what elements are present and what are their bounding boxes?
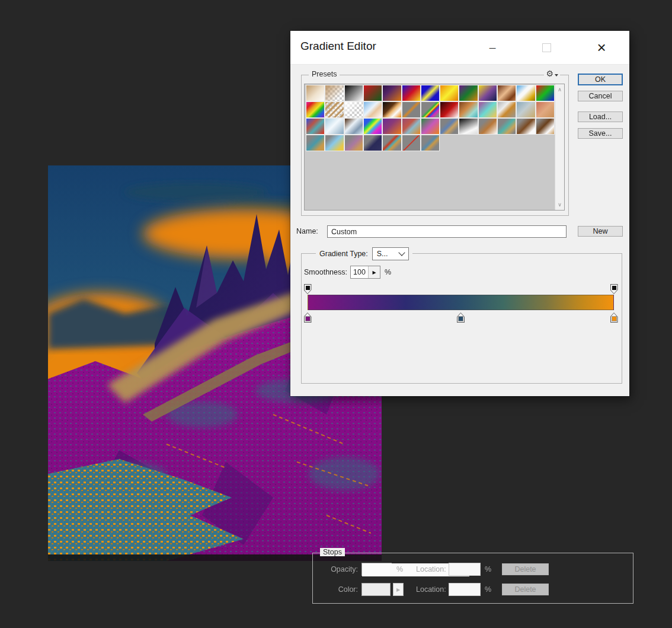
preset-gray-blue-tan[interactable] — [440, 118, 459, 135]
maximize-icon — [542, 43, 551, 52]
delete-color-stop-button[interactable]: Delete — [502, 584, 549, 595]
gradient-type-dropdown[interactable]: S... — [372, 247, 409, 260]
smoothness-control: ▶ — [350, 266, 380, 279]
opacity-control: ▶ — [361, 563, 392, 576]
dialog-title: Gradient Editor — [300, 40, 376, 53]
opacity-location-input[interactable] — [449, 563, 481, 576]
dialog-titlebar[interactable]: Gradient Editor ─ × — [290, 31, 629, 65]
preset-scrollbar[interactable]: ∧ ∨ — [555, 84, 564, 210]
gradient-type-group: Gradient Type: S... Smoothness: ▶ % Stop… — [301, 253, 622, 384]
color-stop[interactable] — [304, 313, 312, 323]
preset-blue-red-yellow[interactable] — [402, 85, 421, 101]
color-stop[interactable] — [610, 313, 618, 323]
spinner-arrow-icon: ▶ — [396, 587, 400, 592]
preset-silver-copper[interactable] — [497, 101, 516, 118]
color-picker-button[interactable]: ▶ — [393, 583, 404, 596]
minimize-button[interactable]: ─ — [479, 31, 506, 64]
preset-gray-navy[interactable] — [363, 135, 382, 151]
smoothness-unit: % — [385, 268, 391, 276]
delete-opacity-stop-button[interactable]: Delete — [502, 563, 549, 575]
preset-gray-red-stripe[interactable] — [402, 135, 421, 151]
cancel-button[interactable]: Cancel — [578, 91, 623, 101]
ok-button[interactable]: OK — [578, 74, 623, 85]
load-button[interactable]: Load... — [578, 111, 623, 122]
preset-black-brown-white-orange[interactable] — [382, 101, 401, 118]
preset-blue-yellow-blue[interactable] — [421, 85, 440, 101]
preset-blue-white-peach[interactable] — [363, 101, 382, 118]
preset-foreground-to-background[interactable] — [306, 85, 325, 101]
preset-gray-blue-tan-stripe[interactable] — [421, 135, 440, 151]
scroll-up-icon[interactable]: ∧ — [555, 87, 564, 93]
preset-gray-teal-gold[interactable] — [306, 135, 325, 151]
color-location-label: Location: — [416, 585, 446, 594]
preset-gray-orange-stripe[interactable] — [402, 101, 421, 118]
preset-rainbow[interactable] — [306, 101, 325, 118]
presets-menu-button[interactable]: ⚙ — [544, 69, 560, 78]
preset-red-green[interactable] — [363, 85, 382, 101]
gradient-editor-dialog: Gradient Editor ─ × Presets ⚙ ∧ ∨ OK Can… — [290, 31, 629, 396]
preset-violet-green-orange[interactable] — [459, 85, 478, 101]
menu-arrow-icon — [555, 74, 558, 76]
gradient-type-label: Gradient Type: — [319, 250, 368, 258]
preset-gray-teal-tan[interactable] — [497, 118, 516, 135]
name-input[interactable] — [327, 225, 567, 238]
new-button[interactable]: New — [578, 226, 623, 237]
preset-silver-blue[interactable] — [325, 118, 344, 135]
preset-steel-tan[interactable] — [516, 101, 535, 118]
gradient-type-value: S... — [377, 250, 388, 258]
close-button[interactable]: × — [588, 31, 615, 64]
name-label: Name: — [296, 227, 318, 235]
preset-gray-rainbow-magenta[interactable] — [421, 101, 440, 118]
scroll-down-icon[interactable]: ∨ — [555, 202, 564, 208]
smoothness-label: Smoothness: — [304, 268, 347, 276]
preset-gray-red-teal-gold[interactable] — [382, 135, 401, 151]
preset-red-green-blue[interactable] — [536, 85, 555, 101]
preset-salmon-tan[interactable] — [536, 101, 555, 118]
preset-list: ∧ ∨ — [304, 84, 565, 211]
preset-mauve-rust-steel-orange[interactable] — [402, 118, 421, 135]
color-swatch[interactable] — [361, 583, 391, 596]
opacity-stop[interactable] — [304, 284, 312, 294]
preset-violet-orange[interactable] — [382, 85, 401, 101]
opacity-stop[interactable] — [610, 284, 618, 294]
opacity-location-unit: % — [485, 565, 491, 573]
preset-blue-rust-teal-red[interactable] — [306, 118, 325, 135]
color-location-input[interactable] — [449, 583, 481, 596]
stops-group: Stops Opacity: ▶ % Location: % Delete Co… — [312, 553, 633, 604]
preset-gray-brown-white[interactable] — [516, 118, 535, 135]
smoothness-input[interactable] — [351, 266, 368, 278]
preset-neon-stripes[interactable] — [363, 118, 382, 135]
preset-orange-yellow-orange[interactable] — [440, 85, 459, 101]
chevron-down-icon — [398, 249, 405, 256]
preset-white-to-transparent[interactable] — [344, 101, 363, 118]
save-button[interactable]: Save... — [578, 128, 623, 139]
color-stop[interactable] — [457, 313, 465, 323]
preset-gray-sky-yellow[interactable] — [325, 135, 344, 151]
preset-gray-copper-white[interactable] — [478, 118, 497, 135]
preset-black-to-white[interactable] — [459, 118, 478, 135]
opacity-unit: % — [396, 565, 403, 573]
maximize-button[interactable] — [533, 31, 560, 64]
preset-brown-white-copper[interactable] — [536, 118, 555, 135]
smoothness-spinner-button[interactable]: ▶ — [368, 266, 380, 278]
color-location-unit: % — [485, 585, 491, 594]
preset-mauve-teal-gold[interactable] — [478, 101, 497, 118]
preset-brown-silver-blue[interactable] — [344, 118, 363, 135]
preset-copper[interactable] — [497, 85, 516, 101]
preset-brown-orange-teal[interactable] — [459, 101, 478, 118]
preset-yellow-violet-navy[interactable] — [478, 85, 497, 101]
stops-label: Stops — [320, 548, 345, 556]
gear-icon: ⚙ — [546, 69, 553, 78]
close-icon: × — [597, 39, 606, 57]
preset-darkred-red-white[interactable] — [440, 101, 459, 118]
presets-label: Presets — [309, 70, 340, 78]
gradient-stops-layer — [308, 284, 614, 323]
preset-purple-orange[interactable] — [382, 118, 401, 135]
preset-chrome-gold[interactable] — [516, 85, 535, 101]
preset-stripes-transparent[interactable] — [325, 101, 344, 118]
opacity-location-label: Location: — [416, 565, 446, 573]
preset-gray-mauve-tan[interactable] — [344, 135, 363, 151]
preset-foreground-to-transparent[interactable] — [325, 85, 344, 101]
preset-green-pink-orange[interactable] — [421, 118, 440, 135]
preset-black-white[interactable] — [344, 85, 363, 101]
